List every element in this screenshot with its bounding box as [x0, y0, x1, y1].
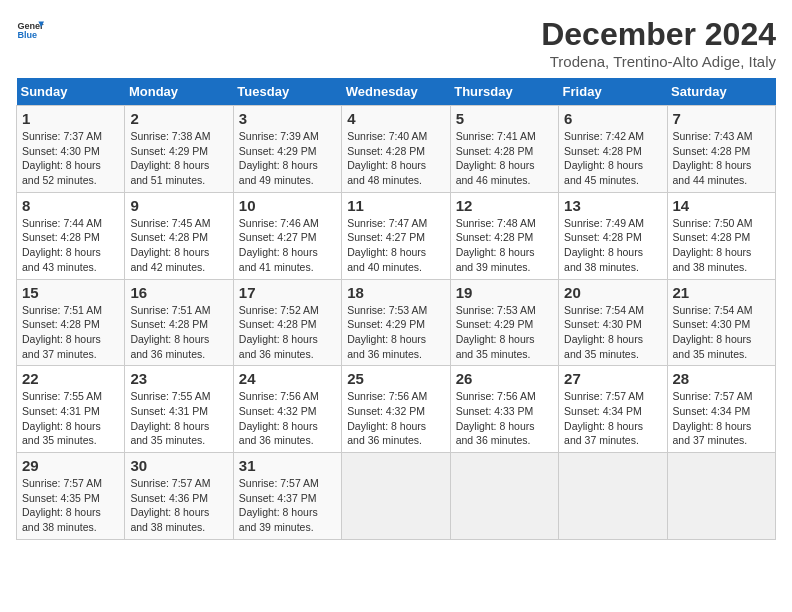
day-info: Sunrise: 7:45 AM Sunset: 4:28 PM Dayligh… [130, 216, 227, 275]
day-info: Sunrise: 7:54 AM Sunset: 4:30 PM Dayligh… [673, 303, 770, 362]
logo: General Blue [16, 16, 44, 44]
day-number: 26 [456, 370, 553, 387]
table-row: 11Sunrise: 7:47 AM Sunset: 4:27 PM Dayli… [342, 192, 450, 279]
calendar-header-row: Sunday Monday Tuesday Wednesday Thursday… [17, 78, 776, 106]
day-info: Sunrise: 7:56 AM Sunset: 4:32 PM Dayligh… [239, 389, 336, 448]
day-number: 22 [22, 370, 119, 387]
day-info: Sunrise: 7:57 AM Sunset: 4:34 PM Dayligh… [673, 389, 770, 448]
day-number: 2 [130, 110, 227, 127]
page-header: General Blue December 2024 Trodena, Tren… [16, 16, 776, 70]
day-number: 23 [130, 370, 227, 387]
day-info: Sunrise: 7:57 AM Sunset: 4:37 PM Dayligh… [239, 476, 336, 535]
day-number: 20 [564, 284, 661, 301]
day-number: 24 [239, 370, 336, 387]
table-row: 8Sunrise: 7:44 AM Sunset: 4:28 PM Daylig… [17, 192, 125, 279]
table-row: 27Sunrise: 7:57 AM Sunset: 4:34 PM Dayli… [559, 366, 667, 453]
day-info: Sunrise: 7:55 AM Sunset: 4:31 PM Dayligh… [22, 389, 119, 448]
col-friday: Friday [559, 78, 667, 106]
day-info: Sunrise: 7:43 AM Sunset: 4:28 PM Dayligh… [673, 129, 770, 188]
day-info: Sunrise: 7:46 AM Sunset: 4:27 PM Dayligh… [239, 216, 336, 275]
table-row [342, 453, 450, 540]
col-saturday: Saturday [667, 78, 775, 106]
day-info: Sunrise: 7:57 AM Sunset: 4:36 PM Dayligh… [130, 476, 227, 535]
table-row: 29Sunrise: 7:57 AM Sunset: 4:35 PM Dayli… [17, 453, 125, 540]
day-number: 5 [456, 110, 553, 127]
table-row: 7Sunrise: 7:43 AM Sunset: 4:28 PM Daylig… [667, 106, 775, 193]
main-title: December 2024 [541, 16, 776, 53]
day-number: 18 [347, 284, 444, 301]
table-row: 1Sunrise: 7:37 AM Sunset: 4:30 PM Daylig… [17, 106, 125, 193]
table-row: 3Sunrise: 7:39 AM Sunset: 4:29 PM Daylig… [233, 106, 341, 193]
table-row: 5Sunrise: 7:41 AM Sunset: 4:28 PM Daylig… [450, 106, 558, 193]
calendar-week-row: 29Sunrise: 7:57 AM Sunset: 4:35 PM Dayli… [17, 453, 776, 540]
day-info: Sunrise: 7:49 AM Sunset: 4:28 PM Dayligh… [564, 216, 661, 275]
subtitle: Trodena, Trentino-Alto Adige, Italy [541, 53, 776, 70]
col-tuesday: Tuesday [233, 78, 341, 106]
table-row: 30Sunrise: 7:57 AM Sunset: 4:36 PM Dayli… [125, 453, 233, 540]
day-number: 31 [239, 457, 336, 474]
day-info: Sunrise: 7:53 AM Sunset: 4:29 PM Dayligh… [347, 303, 444, 362]
day-info: Sunrise: 7:57 AM Sunset: 4:34 PM Dayligh… [564, 389, 661, 448]
day-info: Sunrise: 7:44 AM Sunset: 4:28 PM Dayligh… [22, 216, 119, 275]
day-info: Sunrise: 7:37 AM Sunset: 4:30 PM Dayligh… [22, 129, 119, 188]
table-row [450, 453, 558, 540]
table-row: 15Sunrise: 7:51 AM Sunset: 4:28 PM Dayli… [17, 279, 125, 366]
day-number: 1 [22, 110, 119, 127]
day-number: 19 [456, 284, 553, 301]
table-row [667, 453, 775, 540]
col-wednesday: Wednesday [342, 78, 450, 106]
day-info: Sunrise: 7:48 AM Sunset: 4:28 PM Dayligh… [456, 216, 553, 275]
svg-text:Blue: Blue [17, 30, 37, 40]
col-monday: Monday [125, 78, 233, 106]
day-info: Sunrise: 7:41 AM Sunset: 4:28 PM Dayligh… [456, 129, 553, 188]
table-row [559, 453, 667, 540]
day-number: 27 [564, 370, 661, 387]
table-row: 26Sunrise: 7:56 AM Sunset: 4:33 PM Dayli… [450, 366, 558, 453]
table-row: 28Sunrise: 7:57 AM Sunset: 4:34 PM Dayli… [667, 366, 775, 453]
day-number: 3 [239, 110, 336, 127]
calendar-week-row: 1Sunrise: 7:37 AM Sunset: 4:30 PM Daylig… [17, 106, 776, 193]
day-number: 14 [673, 197, 770, 214]
table-row: 14Sunrise: 7:50 AM Sunset: 4:28 PM Dayli… [667, 192, 775, 279]
calendar-week-row: 8Sunrise: 7:44 AM Sunset: 4:28 PM Daylig… [17, 192, 776, 279]
day-info: Sunrise: 7:51 AM Sunset: 4:28 PM Dayligh… [130, 303, 227, 362]
day-number: 16 [130, 284, 227, 301]
calendar-week-row: 22Sunrise: 7:55 AM Sunset: 4:31 PM Dayli… [17, 366, 776, 453]
table-row: 19Sunrise: 7:53 AM Sunset: 4:29 PM Dayli… [450, 279, 558, 366]
day-number: 12 [456, 197, 553, 214]
calendar-week-row: 15Sunrise: 7:51 AM Sunset: 4:28 PM Dayli… [17, 279, 776, 366]
day-info: Sunrise: 7:39 AM Sunset: 4:29 PM Dayligh… [239, 129, 336, 188]
day-number: 28 [673, 370, 770, 387]
day-info: Sunrise: 7:38 AM Sunset: 4:29 PM Dayligh… [130, 129, 227, 188]
table-row: 16Sunrise: 7:51 AM Sunset: 4:28 PM Dayli… [125, 279, 233, 366]
day-info: Sunrise: 7:40 AM Sunset: 4:28 PM Dayligh… [347, 129, 444, 188]
day-number: 6 [564, 110, 661, 127]
day-number: 10 [239, 197, 336, 214]
table-row: 24Sunrise: 7:56 AM Sunset: 4:32 PM Dayli… [233, 366, 341, 453]
day-info: Sunrise: 7:51 AM Sunset: 4:28 PM Dayligh… [22, 303, 119, 362]
table-row: 13Sunrise: 7:49 AM Sunset: 4:28 PM Dayli… [559, 192, 667, 279]
table-row: 10Sunrise: 7:46 AM Sunset: 4:27 PM Dayli… [233, 192, 341, 279]
col-sunday: Sunday [17, 78, 125, 106]
table-row: 2Sunrise: 7:38 AM Sunset: 4:29 PM Daylig… [125, 106, 233, 193]
table-row: 21Sunrise: 7:54 AM Sunset: 4:30 PM Dayli… [667, 279, 775, 366]
day-number: 13 [564, 197, 661, 214]
calendar-table: Sunday Monday Tuesday Wednesday Thursday… [16, 78, 776, 540]
day-info: Sunrise: 7:50 AM Sunset: 4:28 PM Dayligh… [673, 216, 770, 275]
day-info: Sunrise: 7:56 AM Sunset: 4:32 PM Dayligh… [347, 389, 444, 448]
day-number: 4 [347, 110, 444, 127]
table-row: 25Sunrise: 7:56 AM Sunset: 4:32 PM Dayli… [342, 366, 450, 453]
day-info: Sunrise: 7:53 AM Sunset: 4:29 PM Dayligh… [456, 303, 553, 362]
table-row: 20Sunrise: 7:54 AM Sunset: 4:30 PM Dayli… [559, 279, 667, 366]
day-info: Sunrise: 7:47 AM Sunset: 4:27 PM Dayligh… [347, 216, 444, 275]
table-row: 31Sunrise: 7:57 AM Sunset: 4:37 PM Dayli… [233, 453, 341, 540]
day-number: 17 [239, 284, 336, 301]
day-info: Sunrise: 7:54 AM Sunset: 4:30 PM Dayligh… [564, 303, 661, 362]
day-number: 30 [130, 457, 227, 474]
table-row: 22Sunrise: 7:55 AM Sunset: 4:31 PM Dayli… [17, 366, 125, 453]
day-info: Sunrise: 7:52 AM Sunset: 4:28 PM Dayligh… [239, 303, 336, 362]
table-row: 23Sunrise: 7:55 AM Sunset: 4:31 PM Dayli… [125, 366, 233, 453]
table-row: 9Sunrise: 7:45 AM Sunset: 4:28 PM Daylig… [125, 192, 233, 279]
day-number: 8 [22, 197, 119, 214]
day-info: Sunrise: 7:55 AM Sunset: 4:31 PM Dayligh… [130, 389, 227, 448]
